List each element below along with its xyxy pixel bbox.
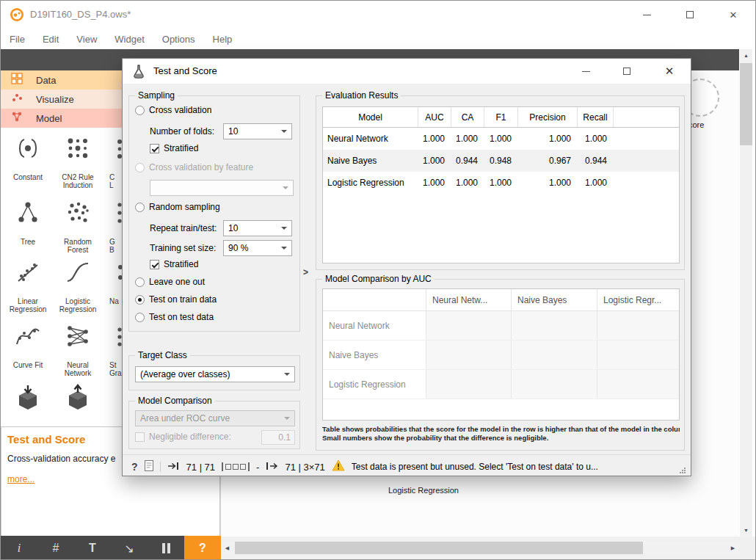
comparison-cell [511,341,597,369]
arrow-tool-button[interactable]: ↘ [111,536,148,560]
chevron-down-icon [284,373,290,376]
dialog-close-button[interactable]: ✕ [653,59,686,84]
column-header-precision[interactable]: Precision [518,107,578,127]
widget-logistic-regression[interactable]: Logistic Regression [54,258,102,313]
menu-view[interactable]: View [76,34,97,45]
cross-validation-radio[interactable]: Cross validation [135,105,211,115]
scroll-right-arrow[interactable]: ▶ [727,542,739,554]
recall-cell: 0.944 [578,156,614,166]
outputs-icon [266,460,278,473]
eval-row-logistic-regression[interactable]: Logistic Regression 1.000 1.000 1.000 1.… [323,172,679,194]
report-icon[interactable] [145,460,153,474]
stratified2-checkbox[interactable]: Stratified [150,259,198,269]
repeat-combo[interactable]: 10 [223,220,292,236]
column-header-recall[interactable]: Recall [578,107,614,127]
help-icon[interactable]: ? [131,461,138,473]
panel-splitter-handle[interactable]: > [303,267,308,277]
scroll-left-arrow[interactable]: ◀ [221,542,233,554]
titlebar: D19IT160_DS_P4.ows* ✕ [1,1,755,29]
menu-help[interactable]: Help [213,34,233,45]
resize-grip[interactable] [679,464,686,477]
vscroll-thumb[interactable] [740,63,752,145]
status-separator [123,454,691,455]
comparison-table[interactable]: Neural Netw... Naive Bayes Logistic Regr… [322,288,680,421]
checkbox-label: Stratified [164,259,198,269]
maximize-icon [623,68,630,75]
up-arrow-icon: ▲ [744,53,749,58]
maximize-button[interactable] [673,1,707,29]
menu-edit[interactable]: Edit [43,34,59,45]
chevron-down-icon [281,130,287,133]
cn2-rule-induction-icon [64,134,92,163]
info-panel-title: Test and Score [7,433,85,446]
eval-row-naive-bayes[interactable]: Naive Bayes 1.000 0.944 0.948 0.967 0.94… [323,150,679,172]
hscroll-thumb[interactable] [235,542,643,554]
column-header-model[interactable]: Model [323,107,418,127]
folds-combo[interactable]: 10 [223,123,292,139]
info-icon: i [18,542,21,555]
recall-cell: 1.000 [578,178,614,188]
comparison-metric-combo[interactable]: Area under ROC curve [135,410,295,426]
widget-neural-network[interactable]: Neural Network [54,321,102,377]
eval-row-neural-network[interactable]: Neural Network 1.000 1.000 1.000 1.000 1… [323,128,679,150]
linear-regression-icon [14,258,42,287]
dialog-maximize-button[interactable] [610,59,644,84]
widget-label: Na [109,297,119,305]
text-tool-button[interactable]: T [74,536,111,560]
scroll-up-arrow[interactable]: ▲ [740,49,752,62]
vertical-scrollbar[interactable]: ▲ ▼ [740,49,752,537]
target-class-combo[interactable]: (Average over classes) [135,366,295,382]
train-size-label: Training set size: [150,243,216,253]
menu-file[interactable]: File [10,34,25,45]
horizontal-scrollbar[interactable]: ◀ ▶ [221,542,739,554]
negligible-difference-checkbox[interactable]: Negligible difference: [135,432,231,442]
minimize-button[interactable] [630,1,664,29]
dialog-minimize-button[interactable] [569,59,603,84]
radio-icon [135,277,145,287]
test-on-train-radio[interactable]: Test on train data [135,294,217,305]
recall-cell: 1.000 [578,134,614,144]
checkbox-icon [135,432,145,442]
widget-cn2-rule-induction[interactable]: CN2 Rule Induction [54,134,102,189]
widget-label: Linear Regression [10,297,47,313]
widget-random-forest[interactable]: Random Forest [54,198,102,254]
model-comparison-options-group: Model Comparison Area under ROC curve Ne… [128,401,300,449]
column-header-f1[interactable]: F1 [484,107,518,127]
negligible-input[interactable]: 0.1 [261,430,295,445]
column-header-ca[interactable]: CA [451,107,484,127]
widget-tree[interactable]: Tree [4,198,52,246]
widget-linear-regression[interactable]: Linear Regression [4,258,52,313]
warning-text: Test data is present but unused. Select … [352,462,598,472]
comparison-row-header: Naive Bayes [323,341,426,369]
pause-tool-button[interactable] [148,536,184,560]
stratified-checkbox[interactable]: Stratified [150,143,198,153]
evaluation-table[interactable]: Model AUC CA F1 Precision Recall Neural … [322,106,680,263]
test-on-test-radio[interactable]: Test on test data [135,312,214,322]
more-link[interactable]: more... [7,474,34,484]
corner-cell [323,289,426,310]
random-sampling-radio[interactable]: Random sampling [135,202,220,212]
close-button[interactable]: ✕ [716,1,750,29]
load-model-icon [63,383,92,412]
widget-constant[interactable]: Constant [4,134,52,181]
info-tool-button[interactable]: i [1,536,37,560]
widget-save-model[interactable] [4,383,52,412]
menu-options[interactable]: Options [162,34,195,45]
sampling-group-label: Sampling [135,90,178,101]
radio-label: Test on test data [149,312,214,322]
dialog-titlebar[interactable]: Test and Score ✕ [123,59,691,84]
widget-curve-fit[interactable]: Curve Fit [4,321,52,369]
close-icon: ✕ [665,65,675,78]
column-header-auc[interactable]: AUC [418,107,451,127]
help-tool-button[interactable]: ? [184,536,221,560]
link-label: Logistic Regression [388,486,459,495]
widget-load-model[interactable] [54,383,102,412]
grid-tool-button[interactable]: # [37,536,74,560]
cv-by-feature-radio[interactable]: Cross validation by feature [135,162,253,172]
scroll-down-arrow[interactable]: ▼ [740,524,752,537]
leave-one-out-radio[interactable]: Leave one out [135,277,205,287]
cv-feature-combo[interactable] [150,180,294,196]
train-size-combo[interactable]: 90 % [223,240,292,256]
menu-widget[interactable]: Widget [115,34,144,45]
widget-label: Neural Network [65,361,92,377]
